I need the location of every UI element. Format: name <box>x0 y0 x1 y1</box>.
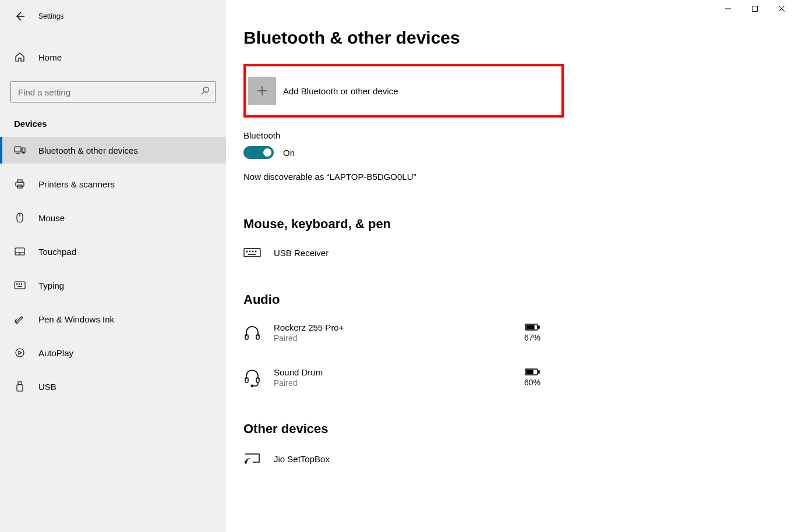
battery-icon <box>525 323 540 331</box>
search-input[interactable] <box>10 81 215 102</box>
nav-label: Bluetooth & other devices <box>38 146 138 155</box>
svg-point-28 <box>246 251 248 252</box>
device-name: Rockerz 255 Pro+ <box>274 322 514 332</box>
svg-rect-42 <box>538 371 539 373</box>
svg-point-15 <box>21 283 22 284</box>
device-name: Sound Drum <box>274 367 514 377</box>
svg-marker-18 <box>19 351 22 354</box>
maximize-button[interactable] <box>741 0 768 17</box>
headset-icon <box>243 368 263 387</box>
battery-indicator: 67% <box>524 323 540 343</box>
svg-rect-27 <box>244 249 260 257</box>
search-icon <box>200 86 210 98</box>
back-arrow-icon[interactable] <box>14 10 26 22</box>
svg-rect-5 <box>17 180 22 182</box>
device-sound-drum[interactable]: Sound Drum Paired 60% <box>243 361 768 393</box>
page-heading: Bluetooth & other devices <box>243 28 768 48</box>
nav-pen[interactable]: Pen & Windows Ink <box>0 306 226 332</box>
keyboard-device-icon <box>243 247 263 258</box>
svg-point-31 <box>255 251 256 252</box>
add-device-button[interactable]: Add Bluetooth or other device <box>243 64 564 118</box>
section-other: Other devices <box>243 421 768 437</box>
bluetooth-toggle-state: On <box>283 148 295 158</box>
svg-rect-20 <box>17 385 23 391</box>
nav-label: Pen & Windows Ink <box>38 314 114 324</box>
svg-rect-22 <box>752 6 758 12</box>
battery-percent: 67% <box>524 333 540 342</box>
plus-icon <box>248 77 276 105</box>
device-name: Jio SetTopBox <box>274 454 768 464</box>
window-controls <box>715 0 795 17</box>
nav-bluetooth[interactable]: Bluetooth & other devices <box>0 137 226 164</box>
sidebar: Settings Home Devices Bluetooth & other … <box>0 0 226 532</box>
home-nav[interactable]: Home <box>0 45 226 69</box>
nav-mouse[interactable]: Mouse <box>0 204 226 231</box>
device-usb-receiver[interactable]: USB Receiver <box>243 241 768 264</box>
svg-rect-37 <box>527 325 534 329</box>
devices-icon <box>14 145 26 155</box>
svg-point-0 <box>204 87 209 93</box>
device-name: USB Receiver <box>274 248 768 258</box>
section-label-devices: Devices <box>0 102 226 137</box>
device-status: Paired <box>274 378 514 388</box>
svg-rect-1 <box>15 147 21 152</box>
svg-rect-19 <box>18 382 22 385</box>
svg-rect-4 <box>16 182 24 186</box>
svg-point-44 <box>245 462 246 463</box>
add-device-label: Add Bluetooth or other device <box>283 86 398 96</box>
nav-typing[interactable]: Typing <box>0 272 226 299</box>
usb-icon <box>14 381 26 392</box>
touchpad-icon <box>14 247 26 256</box>
pen-icon <box>14 314 26 324</box>
battery-indicator: 60% <box>524 368 540 388</box>
bluetooth-toggle[interactable] <box>243 146 274 159</box>
device-settopbox[interactable]: Jio SetTopBox <box>243 446 768 471</box>
svg-point-30 <box>252 251 253 252</box>
svg-rect-43 <box>527 370 533 374</box>
nav-label: AutoPlay <box>38 348 73 358</box>
home-icon <box>14 52 26 62</box>
autoplay-icon <box>14 347 26 358</box>
main-content: Bluetooth & other devices Add Bluetooth … <box>226 0 795 532</box>
search-box[interactable] <box>10 81 215 102</box>
svg-point-14 <box>19 283 19 284</box>
bluetooth-toggle-row: On <box>243 146 768 159</box>
app-title: Settings <box>38 12 63 20</box>
device-rockerz[interactable]: Rockerz 255 Pro+ Paired 67% <box>243 317 768 349</box>
bluetooth-label: Bluetooth <box>243 130 768 140</box>
mouse-icon <box>14 212 26 224</box>
nav-label: Printers & scanners <box>38 179 115 189</box>
section-mouse: Mouse, keyboard, & pen <box>243 217 768 232</box>
nav-label: Mouse <box>38 213 65 223</box>
titlebar: Settings <box>0 6 226 27</box>
keyboard-icon <box>14 281 26 289</box>
svg-point-3 <box>23 152 24 152</box>
nav-touchpad[interactable]: Touchpad <box>0 238 226 265</box>
printer-icon <box>14 179 26 189</box>
svg-point-13 <box>16 283 17 284</box>
svg-point-17 <box>16 349 24 357</box>
nav-autoplay[interactable]: AutoPlay <box>0 339 226 366</box>
close-button[interactable] <box>768 0 795 17</box>
battery-icon <box>525 368 540 376</box>
nav-usb[interactable]: USB <box>0 373 226 400</box>
nav-label: USB <box>38 382 56 392</box>
discoverable-text: Now discoverable as “LAPTOP-B5DGO0LU” <box>243 172 768 182</box>
battery-percent: 60% <box>524 378 540 387</box>
svg-point-29 <box>249 251 250 252</box>
nav-printers[interactable]: Printers & scanners <box>0 171 226 197</box>
headphones-icon <box>243 324 263 342</box>
minimize-button[interactable] <box>715 0 741 17</box>
section-audio: Audio <box>243 292 768 307</box>
svg-rect-12 <box>15 282 25 289</box>
nav-label: Touchpad <box>38 247 76 257</box>
device-status: Paired <box>274 334 514 343</box>
cast-device-icon <box>243 452 263 466</box>
svg-rect-36 <box>538 326 539 328</box>
nav-label: Typing <box>38 281 64 290</box>
home-label: Home <box>38 52 62 62</box>
svg-point-40 <box>251 385 253 386</box>
